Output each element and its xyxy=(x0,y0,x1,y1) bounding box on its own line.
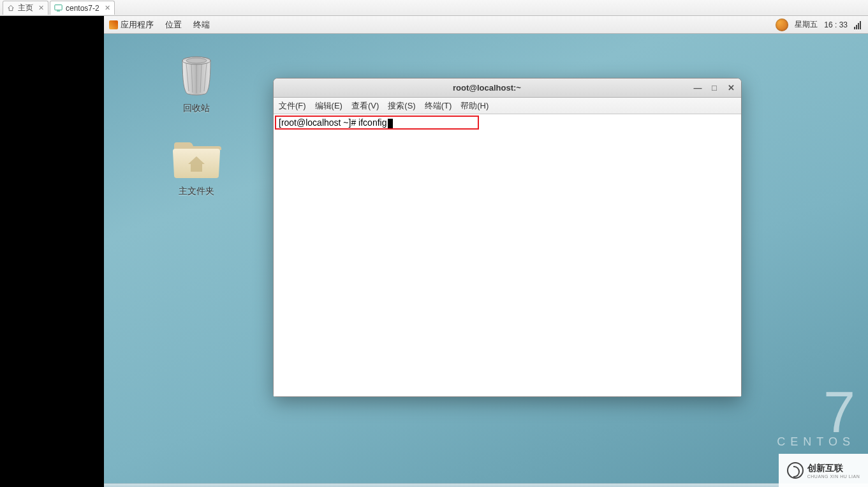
applications-icon xyxy=(109,20,118,29)
svg-rect-1 xyxy=(57,11,60,11)
terminal-body[interactable]: [root@localhost ~]# ifconfig xyxy=(274,114,741,396)
vm-tab-centos-label: centos7-2 xyxy=(66,4,99,13)
menu-file[interactable]: 文件(F) xyxy=(279,100,306,112)
gnome-bottom-bar xyxy=(104,483,868,487)
svg-point-4 xyxy=(186,58,207,63)
desktop-icons-area: 回收站 主文件夹 xyxy=(161,54,232,197)
terminal-label: 终端 xyxy=(193,19,210,31)
trash-label: 回收站 xyxy=(183,103,210,114)
terminal-menu[interactable]: 终端 xyxy=(193,19,210,31)
tray-app-icon[interactable] xyxy=(776,19,788,31)
vm-icon xyxy=(54,4,63,12)
terminal-title: root@localhost:~ xyxy=(280,83,694,93)
watermark-text: 创新互联 xyxy=(807,463,843,473)
menu-terminal[interactable]: 终端(T) xyxy=(425,100,452,112)
gnome-panel: 应用程序 位置 终端 星期五 16 : 33 xyxy=(104,16,868,34)
close-icon[interactable]: ✕ xyxy=(105,4,110,12)
terminal-menubar: 文件(F) 编辑(E) 查看(V) 搜索(S) 终端(T) 帮助(H) xyxy=(274,98,741,114)
terminal-window: root@localhost:~ — □ ✕ 文件(F) 编辑(E) 查看(V)… xyxy=(273,78,742,397)
applications-menu[interactable]: 应用程序 xyxy=(109,19,154,31)
centos-desktop[interactable]: 应用程序 位置 终端 星期五 16 : 33 xyxy=(104,16,868,487)
menu-edit[interactable]: 编辑(E) xyxy=(315,100,342,112)
close-icon[interactable]: ✕ xyxy=(727,84,735,92)
menu-search[interactable]: 搜索(S) xyxy=(388,100,415,112)
vm-host-sidebar xyxy=(0,16,104,487)
trash-icon[interactable]: 回收站 xyxy=(161,54,232,114)
clock-time[interactable]: 16 : 33 xyxy=(824,20,848,29)
maximize-icon[interactable]: □ xyxy=(710,84,718,92)
svg-rect-0 xyxy=(55,5,62,10)
centos-branding: 7 CENTOS xyxy=(777,389,855,449)
clock-day[interactable]: 星期五 xyxy=(795,19,818,30)
menu-view[interactable]: 查看(V) xyxy=(351,100,379,112)
centos-version-number: 7 xyxy=(777,389,855,435)
watermark: 创新互联 CHUANG XIN HU LIAN xyxy=(779,454,868,487)
cursor-icon xyxy=(388,119,393,128)
menu-help[interactable]: 帮助(H) xyxy=(460,100,489,112)
home-icon xyxy=(7,4,15,11)
close-icon[interactable]: ✕ xyxy=(38,4,44,12)
watermark-logo-icon xyxy=(787,462,804,479)
folder-icon xyxy=(172,140,221,181)
watermark-subtext: CHUANG XIN HU LIAN xyxy=(807,474,860,479)
minimize-icon[interactable]: — xyxy=(694,84,702,92)
places-menu[interactable]: 位置 xyxy=(165,19,182,31)
vm-tab-home-label: 主页 xyxy=(18,3,33,13)
terminal-titlebar[interactable]: root@localhost:~ — □ ✕ xyxy=(274,79,741,98)
vm-tab-home[interactable]: 主页 ✕ xyxy=(3,1,48,15)
terminal-prompt-line: [root@localhost ~]# ifconfig xyxy=(279,117,386,128)
network-icon[interactable] xyxy=(854,20,863,29)
vm-tab-centos[interactable]: centos7-2 ✕ xyxy=(50,1,115,15)
trash-can-icon xyxy=(176,54,217,98)
home-folder-icon[interactable]: 主文件夹 xyxy=(161,140,232,197)
centos-name: CENTOS xyxy=(777,435,855,449)
vm-tab-bar: 主页 ✕ centos7-2 ✕ xyxy=(0,0,868,16)
home-folder-label: 主文件夹 xyxy=(179,186,214,197)
places-label: 位置 xyxy=(165,19,182,31)
applications-label: 应用程序 xyxy=(121,19,154,31)
